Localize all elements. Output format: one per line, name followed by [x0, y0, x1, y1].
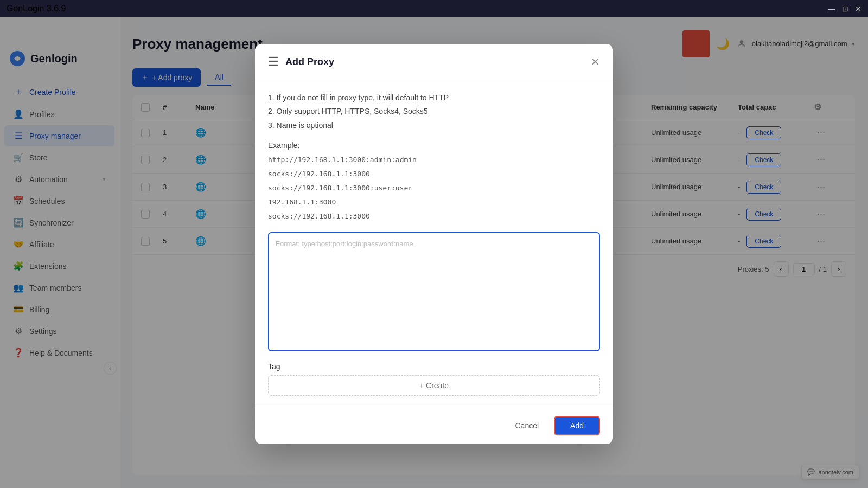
example-line-2: socks://192.168.1.1:3000:user:user — [268, 181, 600, 195]
example-line-0: http://192.168.1.1:3000:admin:admin — [268, 153, 600, 167]
example-lines: http://192.168.1.1:3000:admin:adminsocks… — [268, 153, 600, 223]
modal-body: If you do not fill in proxy type, it wil… — [255, 80, 613, 407]
modal-close-button[interactable]: ✕ — [591, 55, 600, 68]
titlebar-controls: — ⊡ ✕ — [828, 4, 861, 13]
instruction-1: If you do not fill in proxy type, it wil… — [268, 91, 600, 105]
tag-label: Tag — [268, 362, 600, 371]
modal-title: Add Proxy — [285, 56, 584, 68]
modal-overlay[interactable]: ☰ Add Proxy ✕ If you do not fill in prox… — [0, 0, 868, 488]
add-proxy-modal: ☰ Add Proxy ✕ If you do not fill in prox… — [255, 44, 613, 444]
minimize-button[interactable]: — — [828, 4, 835, 13]
proxy-input-textarea[interactable] — [268, 232, 600, 351]
example-line-1: socks://192.168.1.1:3000 — [268, 167, 600, 181]
cancel-button[interactable]: Cancel — [506, 417, 547, 434]
example-label: Example: — [268, 141, 600, 150]
modal-footer: Cancel Add — [255, 407, 613, 444]
titlebar-title: GenLogin 3.6.9 — [7, 4, 66, 14]
example-line-4: socks://192.168.1.1:3000 — [268, 209, 600, 223]
create-tag-button[interactable]: + Create — [268, 375, 600, 396]
titlebar: GenLogin 3.6.9 — ⊡ ✕ — [0, 0, 868, 17]
modal-icon: ☰ — [268, 55, 279, 69]
instruction-3: Name is optional — [268, 119, 600, 132]
modal-instructions: If you do not fill in proxy type, it wil… — [268, 91, 600, 132]
close-button[interactable]: ✕ — [855, 4, 861, 13]
example-line-3: 192.168.1.1:3000 — [268, 195, 600, 209]
add-button[interactable]: Add — [554, 416, 600, 435]
restore-button[interactable]: ⊡ — [842, 4, 848, 13]
instruction-2: Only support HTTP, HTTPS, Socks4, Socks5 — [268, 105, 600, 118]
modal-header: ☰ Add Proxy ✕ — [255, 44, 613, 80]
example-block: Example: http://192.168.1.1:3000:admin:a… — [268, 141, 600, 223]
